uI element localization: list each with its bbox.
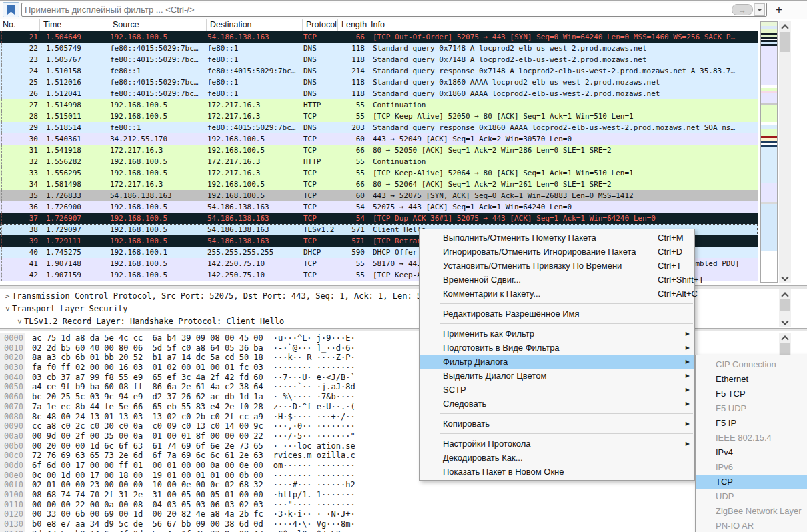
packet-cell-proto: HTTP: [303, 99, 338, 111]
column-header-source[interactable]: Source: [109, 19, 207, 31]
submenu-item[interactable]: IEEE 802.15.4: [696, 431, 807, 445]
packet-row[interactable]: 371.726907192.168.100.554.186.138.163TCP…: [0, 213, 758, 224]
column-header-protocol[interactable]: Protocol: [303, 19, 338, 31]
packet-cell-no: 25: [4, 77, 40, 88]
packet-row[interactable]: 331.556295192.168.100.5172.217.16.3TCP55…: [0, 167, 758, 179]
hex-row[interactable]: 011000 00 00 22 00 0a 00 08 04 03 05 03 …: [0, 500, 778, 510]
packet-row[interactable]: 311.541918172.217.16.3192.168.100.5TCP66…: [0, 145, 758, 156]
chevron-expanded-icon[interactable]: >: [1, 305, 14, 314]
chevron-collapsed-icon[interactable]: >: [3, 290, 12, 303]
packet-row[interactable]: 251.512016fe80::4015:5029:7bc…fe80::1DNS…: [0, 77, 758, 88]
submenu-item[interactable]: Ethernet: [696, 372, 807, 387]
submenu-item[interactable]: F5 UDP: [696, 401, 807, 416]
menu-item[interactable]: Декодировать Как...: [420, 451, 694, 465]
packet-row[interactable]: 271.514998192.168.100.5172.217.16.3HTTP5…: [0, 99, 758, 111]
submenu-item[interactable]: F5 TCP: [696, 387, 807, 401]
add-filter-button[interactable]: +: [772, 3, 786, 17]
packet-cell-time: 1.518514: [40, 122, 109, 133]
packet-row[interactable]: 231.505767fe80::4015:5029:7bc…fe80::1DNS…: [0, 54, 758, 65]
display-filter-input[interactable]: [23, 4, 732, 15]
hex-row[interactable]: 012000 33 00 6b 00 69 00 1d 00 20 82 4e …: [0, 509, 778, 519]
packet-cell-no: 21: [4, 31, 40, 43]
packet-row[interactable]: 261.512041fe80::4015:5029:7bc…fe80::1DNS…: [0, 88, 758, 99]
menu-item[interactable]: Выполнить/Отменить Пометку ПакетаCtrl+M: [420, 231, 694, 245]
hex-row[interactable]: 0130b0 e8 e7 aa 34 d9 5c de 56 67 bb 09 …: [0, 519, 778, 529]
submenu-item[interactable]: IPv4: [696, 445, 807, 460]
apply-filter-button[interactable]: →: [732, 4, 753, 15]
submenu-arrow-icon: ▶: [686, 417, 690, 431]
menu-item[interactable]: Редактировать Разрешённое Имя: [420, 307, 694, 321]
menu-item[interactable]: Подготовить в Виде Фильтра▶: [420, 341, 694, 355]
submenu-item[interactable]: PN-IO AR: [696, 519, 807, 532]
scroll-down-icon[interactable]: [781, 317, 788, 325]
scroll-down-icon[interactable]: [781, 273, 788, 281]
column-header-length[interactable]: Length: [338, 19, 367, 31]
column-header-no[interactable]: No.: [0, 19, 40, 31]
packet-cell-time: 1.726833: [40, 190, 109, 201]
packet-minimap[interactable]: [760, 21, 778, 283]
submenu-item[interactable]: F5 IP: [696, 416, 807, 431]
menu-item[interactable]: Временной Сдвиг...Ctrl+Shift+T: [420, 273, 694, 287]
menu-item[interactable]: Применить как Фильтр▶: [420, 327, 694, 341]
packet-row[interactable]: 321.556282192.168.100.5172.217.16.3HTTP5…: [0, 156, 758, 167]
menu-item[interactable]: Выделить Диалог Цветом▶: [420, 369, 694, 383]
submenu-item[interactable]: UDP: [696, 489, 807, 504]
scroll-up-icon[interactable]: [781, 292, 788, 299]
packet-cell-time: 1.726907: [40, 213, 109, 224]
packet-cell-dst: 54.186.138.163: [207, 224, 303, 235]
packet-row[interactable]: 241.510158fe80::1fe80::4015:5029:7bc…DNS…: [0, 65, 758, 77]
conversation-submenu: CIP ConnectionEthernetF5 TCPF5 UDPF5 IPI…: [695, 355, 807, 532]
packet-cell-len: 118: [338, 88, 367, 99]
submenu-arrow-icon: ▶: [686, 397, 690, 411]
packet-cell-src: 192.168.100.5: [109, 201, 207, 213]
menu-item[interactable]: SCTP▶: [420, 383, 694, 397]
packet-cell-no: 26: [4, 88, 40, 99]
column-header-info[interactable]: Info: [367, 19, 758, 31]
filter-bookmark-button[interactable]: [3, 2, 19, 17]
chevron-expanded-icon[interactable]: >: [13, 317, 26, 327]
submenu-item[interactable]: ZigBee Network Layer: [696, 504, 807, 519]
packet-cell-time: 1.581498: [40, 179, 109, 190]
packet-row[interactable]: 211.504649192.168.100.554.186.138.163TCP…: [0, 31, 758, 43]
packet-row[interactable]: 281.515011192.168.100.5172.217.16.3TCP55…: [0, 111, 758, 122]
packet-row[interactable]: 221.505749fe80::4015:5029:7bc…fe80::1DNS…: [0, 43, 758, 54]
packet-row[interactable]: 301.54036134.212.55.170192.168.100.5TCP6…: [0, 133, 758, 145]
packet-row[interactable]: 351.72683354.186.138.163192.168.100.5TCP…: [0, 190, 758, 201]
menu-item[interactable]: Копировать▶: [420, 417, 694, 431]
menu-item[interactable]: Настройки Протокола▶: [420, 437, 694, 451]
packet-cell-no: 30: [4, 133, 40, 145]
packet-cell-src: 192.168.100.5: [109, 111, 207, 122]
submenu-item[interactable]: CIP Connection: [696, 357, 807, 372]
menu-item[interactable]: Следовать▶: [420, 397, 694, 411]
packet-cell-info: [TCP Dup ACK 36#1] 52075 → 443 [ACK] Seq…: [367, 213, 758, 224]
column-header-destination[interactable]: Destination: [207, 19, 303, 31]
packet-row[interactable]: 361.726900192.168.100.554.186.138.163TCP…: [0, 201, 758, 213]
submenu-arrow-icon: ▶: [686, 383, 690, 397]
packet-cell-src: 192.168.100.5: [109, 224, 207, 235]
menu-item[interactable]: Комментарии к Пакету...Ctrl+Alt+C: [420, 287, 694, 301]
submenu-arrow-icon: ▶: [686, 327, 690, 341]
scroll-up-icon[interactable]: [781, 335, 788, 343]
scrollbar-thumb[interactable]: [780, 299, 790, 311]
submenu-item[interactable]: TCP: [696, 475, 807, 489]
menu-item[interactable]: Установить/Отменить Привязку По ВремениC…: [420, 259, 694, 273]
submenu-item[interactable]: IPv6: [696, 460, 807, 475]
menu-item[interactable]: Показать Пакет в Новом Окне: [420, 465, 694, 479]
details-scrollbar[interactable]: [779, 289, 791, 327]
packet-row[interactable]: 291.518514fe80::1fe80::4015:5029:7bc…DNS…: [0, 122, 758, 133]
menu-separator: [440, 323, 693, 324]
hex-row[interactable]: 00f002 01 00 00 23 00 00 00 10 00 0e 00 …: [0, 480, 778, 490]
hex-row[interactable]: 010008 68 74 74 70 2f 31 2e 31 00 05 00 …: [0, 490, 778, 500]
menu-item[interactable]: Игнорировать/Отменить Игнорирование Паке…: [420, 245, 694, 259]
scroll-up-icon[interactable]: [781, 24, 788, 31]
menu-item[interactable]: Фильтр Диалога▶: [420, 355, 694, 369]
submenu-arrow-icon: ▶: [686, 437, 690, 451]
packet-list-scrollbar[interactable]: [779, 21, 791, 283]
scrollbar-thumb[interactable]: [780, 32, 790, 52]
column-header-time[interactable]: Time: [40, 19, 109, 31]
packet-cell-len: 66: [338, 145, 367, 156]
hex-row[interactable]: 01403d 47 5e b8 14 6c 4f 0d 5e 4a 1f 45 …: [0, 529, 778, 532]
packet-row[interactable]: 341.581498172.217.16.3192.168.100.5TCP66…: [0, 179, 758, 190]
filter-dropdown-button[interactable]: [754, 3, 765, 16]
packet-cell-no: 39: [4, 235, 40, 247]
